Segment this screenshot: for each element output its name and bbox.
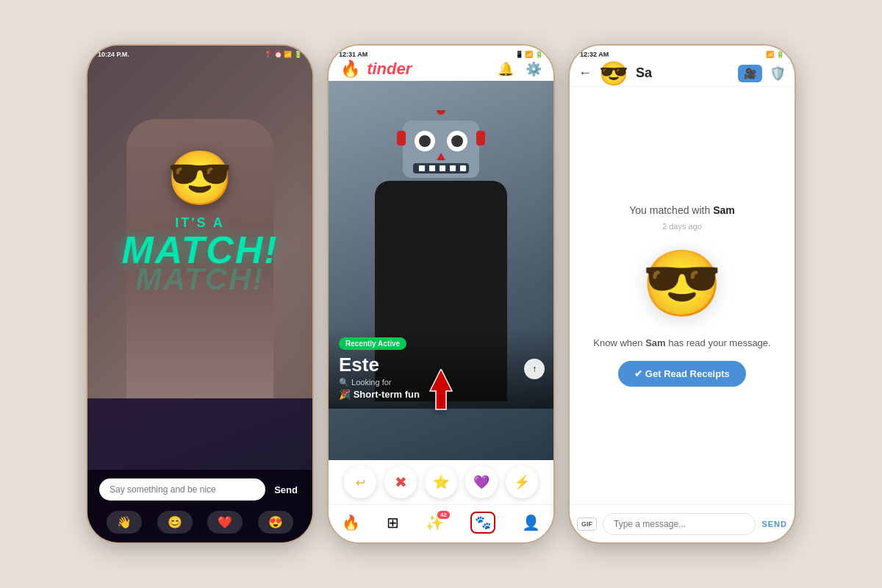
read-receipts-text: Know when Sam has read your message. [593, 337, 770, 350]
superlike-button[interactable]: ⭐ [425, 466, 457, 498]
boost-button[interactable]: ⚡ [506, 466, 538, 498]
svg-rect-12 [429, 165, 435, 171]
svg-marker-16 [430, 369, 452, 409]
chat-avatar: 😎 [599, 60, 628, 87]
status-time-3: 12:32 AM [580, 51, 609, 58]
gif-button[interactable]: GIF [577, 517, 597, 531]
say-input[interactable] [99, 478, 265, 501]
svg-point-7 [419, 135, 431, 147]
recently-active-badge: Recently Active [339, 337, 406, 350]
back-button[interactable]: ← [578, 65, 592, 81]
emoji-chip-wave[interactable]: 👋 [107, 511, 142, 534]
status-bar-1: 10:24 P.M. 📍 ⏰ 📶 🔋 [87, 46, 312, 63]
match-emoji: 😎 [167, 147, 233, 209]
match-overlay: 😎 IT'S A MATCH! MATCH! [87, 46, 312, 398]
svg-rect-14 [450, 165, 456, 171]
svg-point-1 [437, 110, 445, 115]
send-button[interactable]: Send [271, 484, 301, 495]
red-arrow-indicator [423, 369, 459, 420]
like-button[interactable]: 💜 [465, 466, 498, 498]
status-time-1: 10:24 P.M. [98, 51, 129, 58]
phone-2: 12:31 AM 📱 📶 🔋 🔥 tinder 🔔 ⚙️ [327, 44, 555, 544]
svg-rect-15 [460, 165, 466, 171]
say-input-row: Send [99, 478, 301, 501]
nav-matches[interactable]: 🐾 [470, 512, 495, 534]
chat-header-actions: 🎥 🛡️ [738, 65, 786, 82]
status-icons-2: 📱 📶 🔋 [515, 51, 543, 58]
status-time-2: 12:31 AM [339, 51, 368, 58]
emoji-chip-heart[interactable]: ❤️ [207, 511, 243, 534]
filter-icon[interactable]: ⚙️ [526, 61, 542, 77]
status-icons-3: 📶 🔋 [766, 51, 784, 58]
nav-sparks[interactable]: ✨ 42 [426, 514, 444, 531]
profile-emoji: 😎 [642, 245, 723, 322]
notification-icon[interactable]: 🔔 [498, 61, 514, 77]
card-area: Recently Active Este 🔍 Looking for 🎉 Sho… [329, 81, 553, 460]
chat-name: Sa [636, 65, 731, 81]
nav-profile[interactable]: 👤 [522, 514, 540, 531]
emoji-row: 👋 😊 ❤️ 😍 [99, 508, 301, 537]
tinder-header-icons: 🔔 ⚙️ [498, 61, 542, 77]
svg-point-8 [451, 135, 463, 147]
svg-rect-3 [397, 131, 406, 146]
nav-badge: 42 [437, 511, 450, 519]
match-text-shadow: MATCH! [136, 262, 265, 297]
tinder-nav-bar: 🔥 ⊞ ✨ 42 🐾 👤 [329, 504, 553, 542]
nope-button[interactable]: ✖ [384, 466, 417, 498]
get-read-receipts-button[interactable]: ✔ Get Read Receipts [618, 361, 746, 387]
svg-rect-13 [440, 165, 445, 171]
svg-rect-11 [419, 165, 425, 171]
action-buttons-row: ↩ ✖ ⭐ 💜 ⚡ [329, 460, 553, 504]
matched-time: 2 days ago [662, 222, 702, 231]
scroll-up-button[interactable]: ↑ [524, 359, 545, 379]
nav-explore[interactable]: ⊞ [387, 514, 399, 531]
emoji-chip-love[interactable]: 😍 [258, 511, 293, 534]
matched-text: You matched with Sam [629, 204, 734, 216]
status-bar-2: 12:31 AM 📱 📶 🔋 [329, 46, 553, 63]
svg-rect-4 [476, 131, 485, 146]
emoji-chip-smile[interactable]: 😊 [157, 511, 193, 534]
status-bar-3: 12:32 AM 📶 🔋 [570, 46, 795, 63]
chat-send-button[interactable]: SEND [761, 520, 787, 528]
shield-icon[interactable]: 🛡️ [770, 65, 786, 82]
robot-head [397, 110, 485, 191]
chat-content: You matched with Sam 2 days ago 😎 Know w… [570, 87, 795, 504]
phone-1: 10:24 P.M. 📍 ⏰ 📶 🔋 😎 IT'S A MATCH! MATCH… [86, 44, 314, 544]
nav-home[interactable]: 🔥 [342, 514, 360, 531]
rewind-button[interactable]: ↩ [344, 466, 376, 498]
chat-input-bar: GIF SEND [570, 504, 795, 542]
status-icons-1: 📍 ⏰ 📶 🔋 [264, 51, 302, 58]
chat-message-input[interactable] [603, 513, 756, 535]
video-call-button[interactable]: 🎥 [738, 65, 762, 82]
match-bottom-bar: Send 👋 😊 ❤️ 😍 [87, 470, 312, 542]
phone-3: 12:32 AM 📶 🔋 ← 😎 Sa 🎥 🛡️ You matched wit… [568, 44, 796, 544]
match-photo-area: 😎 IT'S A MATCH! MATCH! [87, 46, 312, 398]
